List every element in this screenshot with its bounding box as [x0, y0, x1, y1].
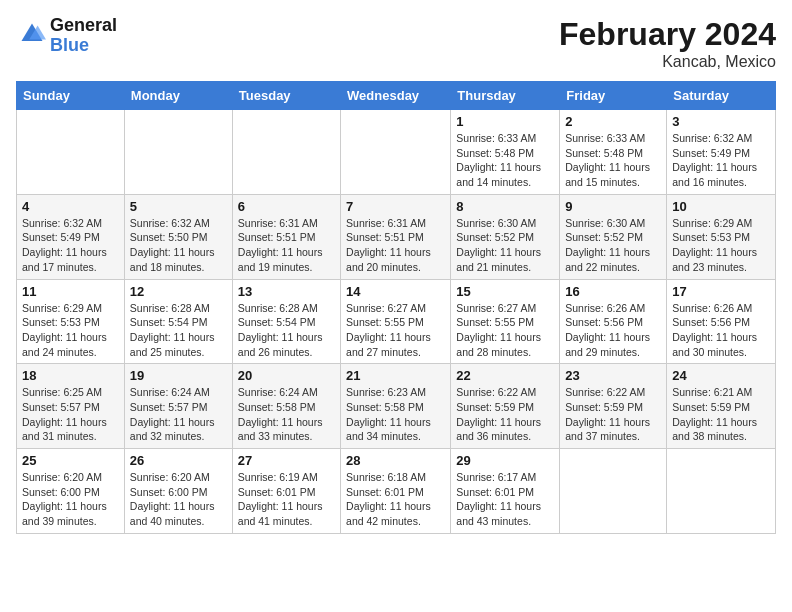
column-header-sunday: Sunday	[17, 82, 125, 110]
day-info: Sunrise: 6:21 AMSunset: 5:59 PMDaylight:…	[672, 385, 770, 444]
day-number: 10	[672, 199, 770, 214]
day-number: 3	[672, 114, 770, 129]
day-number: 24	[672, 368, 770, 383]
calendar-cell: 17Sunrise: 6:26 AMSunset: 5:56 PMDayligh…	[667, 279, 776, 364]
calendar-subtitle: Kancab, Mexico	[559, 53, 776, 71]
calendar-cell: 4Sunrise: 6:32 AMSunset: 5:49 PMDaylight…	[17, 194, 125, 279]
calendar-cell: 12Sunrise: 6:28 AMSunset: 5:54 PMDayligh…	[124, 279, 232, 364]
day-info: Sunrise: 6:32 AMSunset: 5:50 PMDaylight:…	[130, 216, 227, 275]
day-number: 5	[130, 199, 227, 214]
day-info: Sunrise: 6:30 AMSunset: 5:52 PMDaylight:…	[565, 216, 661, 275]
day-info: Sunrise: 6:28 AMSunset: 5:54 PMDaylight:…	[238, 301, 335, 360]
calendar-cell: 3Sunrise: 6:32 AMSunset: 5:49 PMDaylight…	[667, 110, 776, 195]
day-number: 11	[22, 284, 119, 299]
calendar-cell: 16Sunrise: 6:26 AMSunset: 5:56 PMDayligh…	[560, 279, 667, 364]
calendar-cell: 23Sunrise: 6:22 AMSunset: 5:59 PMDayligh…	[560, 364, 667, 449]
day-info: Sunrise: 6:18 AMSunset: 6:01 PMDaylight:…	[346, 470, 445, 529]
calendar-cell: 5Sunrise: 6:32 AMSunset: 5:50 PMDaylight…	[124, 194, 232, 279]
calendar-cell: 28Sunrise: 6:18 AMSunset: 6:01 PMDayligh…	[341, 449, 451, 534]
day-info: Sunrise: 6:33 AMSunset: 5:48 PMDaylight:…	[456, 131, 554, 190]
calendar-cell: 25Sunrise: 6:20 AMSunset: 6:00 PMDayligh…	[17, 449, 125, 534]
day-info: Sunrise: 6:17 AMSunset: 6:01 PMDaylight:…	[456, 470, 554, 529]
calendar-week-2: 4Sunrise: 6:32 AMSunset: 5:49 PMDaylight…	[17, 194, 776, 279]
day-number: 17	[672, 284, 770, 299]
day-number: 21	[346, 368, 445, 383]
day-number: 19	[130, 368, 227, 383]
day-info: Sunrise: 6:31 AMSunset: 5:51 PMDaylight:…	[346, 216, 445, 275]
calendar-cell: 26Sunrise: 6:20 AMSunset: 6:00 PMDayligh…	[124, 449, 232, 534]
day-number: 15	[456, 284, 554, 299]
calendar-week-5: 25Sunrise: 6:20 AMSunset: 6:00 PMDayligh…	[17, 449, 776, 534]
day-info: Sunrise: 6:23 AMSunset: 5:58 PMDaylight:…	[346, 385, 445, 444]
day-number: 4	[22, 199, 119, 214]
day-number: 13	[238, 284, 335, 299]
calendar-cell: 14Sunrise: 6:27 AMSunset: 5:55 PMDayligh…	[341, 279, 451, 364]
day-info: Sunrise: 6:22 AMSunset: 5:59 PMDaylight:…	[456, 385, 554, 444]
calendar-header-row: SundayMondayTuesdayWednesdayThursdayFrid…	[17, 82, 776, 110]
day-number: 7	[346, 199, 445, 214]
calendar-cell: 1Sunrise: 6:33 AMSunset: 5:48 PMDaylight…	[451, 110, 560, 195]
calendar-cell	[341, 110, 451, 195]
day-info: Sunrise: 6:30 AMSunset: 5:52 PMDaylight:…	[456, 216, 554, 275]
day-info: Sunrise: 6:24 AMSunset: 5:58 PMDaylight:…	[238, 385, 335, 444]
calendar-cell: 20Sunrise: 6:24 AMSunset: 5:58 PMDayligh…	[232, 364, 340, 449]
day-info: Sunrise: 6:31 AMSunset: 5:51 PMDaylight:…	[238, 216, 335, 275]
column-header-wednesday: Wednesday	[341, 82, 451, 110]
calendar-cell: 27Sunrise: 6:19 AMSunset: 6:01 PMDayligh…	[232, 449, 340, 534]
day-number: 2	[565, 114, 661, 129]
calendar-week-1: 1Sunrise: 6:33 AMSunset: 5:48 PMDaylight…	[17, 110, 776, 195]
logo-general: General	[50, 15, 117, 35]
day-number: 23	[565, 368, 661, 383]
day-info: Sunrise: 6:22 AMSunset: 5:59 PMDaylight:…	[565, 385, 661, 444]
day-number: 14	[346, 284, 445, 299]
page-header: General Blue February 2024 Kancab, Mexic…	[16, 16, 776, 71]
day-info: Sunrise: 6:28 AMSunset: 5:54 PMDaylight:…	[130, 301, 227, 360]
calendar-cell: 29Sunrise: 6:17 AMSunset: 6:01 PMDayligh…	[451, 449, 560, 534]
logo-icon	[18, 20, 46, 48]
day-number: 1	[456, 114, 554, 129]
day-number: 27	[238, 453, 335, 468]
calendar-cell: 18Sunrise: 6:25 AMSunset: 5:57 PMDayligh…	[17, 364, 125, 449]
title-block: February 2024 Kancab, Mexico	[559, 16, 776, 71]
calendar-cell: 21Sunrise: 6:23 AMSunset: 5:58 PMDayligh…	[341, 364, 451, 449]
calendar-cell: 8Sunrise: 6:30 AMSunset: 5:52 PMDaylight…	[451, 194, 560, 279]
day-number: 22	[456, 368, 554, 383]
day-info: Sunrise: 6:32 AMSunset: 5:49 PMDaylight:…	[22, 216, 119, 275]
calendar-cell: 9Sunrise: 6:30 AMSunset: 5:52 PMDaylight…	[560, 194, 667, 279]
day-info: Sunrise: 6:27 AMSunset: 5:55 PMDaylight:…	[346, 301, 445, 360]
day-info: Sunrise: 6:19 AMSunset: 6:01 PMDaylight:…	[238, 470, 335, 529]
calendar-cell: 11Sunrise: 6:29 AMSunset: 5:53 PMDayligh…	[17, 279, 125, 364]
column-header-friday: Friday	[560, 82, 667, 110]
day-number: 18	[22, 368, 119, 383]
day-info: Sunrise: 6:24 AMSunset: 5:57 PMDaylight:…	[130, 385, 227, 444]
calendar-cell: 7Sunrise: 6:31 AMSunset: 5:51 PMDaylight…	[341, 194, 451, 279]
calendar-cell: 13Sunrise: 6:28 AMSunset: 5:54 PMDayligh…	[232, 279, 340, 364]
day-info: Sunrise: 6:29 AMSunset: 5:53 PMDaylight:…	[22, 301, 119, 360]
calendar-title: February 2024	[559, 16, 776, 53]
logo-blue: Blue	[50, 35, 89, 55]
calendar-cell: 19Sunrise: 6:24 AMSunset: 5:57 PMDayligh…	[124, 364, 232, 449]
day-info: Sunrise: 6:29 AMSunset: 5:53 PMDaylight:…	[672, 216, 770, 275]
day-info: Sunrise: 6:27 AMSunset: 5:55 PMDaylight:…	[456, 301, 554, 360]
day-info: Sunrise: 6:25 AMSunset: 5:57 PMDaylight:…	[22, 385, 119, 444]
calendar-cell: 15Sunrise: 6:27 AMSunset: 5:55 PMDayligh…	[451, 279, 560, 364]
day-number: 9	[565, 199, 661, 214]
logo: General Blue	[16, 16, 117, 56]
column-header-thursday: Thursday	[451, 82, 560, 110]
calendar-cell	[560, 449, 667, 534]
calendar-cell	[667, 449, 776, 534]
column-header-saturday: Saturday	[667, 82, 776, 110]
day-info: Sunrise: 6:20 AMSunset: 6:00 PMDaylight:…	[22, 470, 119, 529]
day-info: Sunrise: 6:26 AMSunset: 5:56 PMDaylight:…	[672, 301, 770, 360]
day-number: 26	[130, 453, 227, 468]
calendar-cell: 10Sunrise: 6:29 AMSunset: 5:53 PMDayligh…	[667, 194, 776, 279]
calendar-table: SundayMondayTuesdayWednesdayThursdayFrid…	[16, 81, 776, 534]
calendar-cell	[232, 110, 340, 195]
day-number: 16	[565, 284, 661, 299]
day-number: 12	[130, 284, 227, 299]
calendar-week-3: 11Sunrise: 6:29 AMSunset: 5:53 PMDayligh…	[17, 279, 776, 364]
day-info: Sunrise: 6:26 AMSunset: 5:56 PMDaylight:…	[565, 301, 661, 360]
calendar-cell: 22Sunrise: 6:22 AMSunset: 5:59 PMDayligh…	[451, 364, 560, 449]
day-info: Sunrise: 6:32 AMSunset: 5:49 PMDaylight:…	[672, 131, 770, 190]
column-header-monday: Monday	[124, 82, 232, 110]
